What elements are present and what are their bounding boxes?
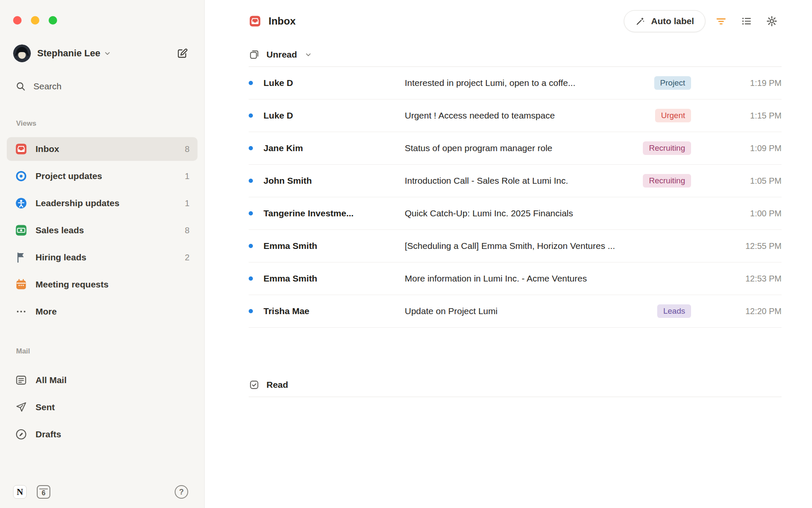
calendar-app-icon[interactable]: 6 (37, 485, 50, 499)
compose-button[interactable] (176, 47, 188, 59)
sidebar-item-hiring-leads[interactable]: Hiring leads 2 (7, 246, 198, 269)
target-icon (15, 170, 27, 182)
inbox-icon (249, 15, 261, 28)
email-sender: Emma Smith (263, 241, 405, 251)
auto-label-label: Auto label (651, 16, 694, 26)
label-badge[interactable]: Project (654, 76, 691, 90)
sidebar-item-sales-leads[interactable]: Sales leads 8 (7, 218, 198, 242)
unread-dot (249, 146, 253, 150)
email-row[interactable]: Jane Kim Status of open program manager … (249, 132, 782, 165)
unread-dot (249, 211, 253, 215)
banknote-icon (15, 224, 27, 237)
filter-icon (715, 15, 727, 27)
sidebar-item-label: Meeting requests (36, 279, 181, 290)
unread-group-title: Unread (266, 50, 297, 60)
ellipsis-icon (15, 305, 27, 318)
label-badge[interactable]: Leads (657, 304, 691, 318)
inbox-icon (15, 143, 27, 155)
unread-dot (249, 81, 253, 85)
calendar-icon (15, 278, 27, 291)
views-section-label: Views (16, 119, 204, 128)
help-icon[interactable]: ? (175, 485, 188, 499)
avatar (13, 44, 31, 62)
email-subject: Interested in project Lumi, open to a co… (405, 78, 654, 88)
sidebar-item-inbox[interactable]: Inbox 8 (7, 137, 198, 161)
title-wrap: Inbox (249, 15, 296, 28)
unread-dot (249, 244, 253, 248)
email-time: 1:15 PM (729, 111, 782, 121)
mail-list-pane: Inbox Auto label (205, 0, 812, 508)
sidebar-item-label: Sales leads (36, 225, 177, 235)
unread-group-header[interactable]: Unread (249, 42, 782, 67)
settings-button[interactable] (762, 11, 782, 31)
search-button[interactable]: Search (15, 79, 188, 94)
sidebar-item-label: Hiring leads (36, 252, 177, 262)
sidebar-item-label: Inbox (36, 144, 177, 154)
mail-section-label: Mail (16, 347, 204, 356)
email-time: 12:55 PM (729, 241, 782, 251)
email-time: 1:05 PM (729, 176, 782, 186)
unread-dot (249, 276, 253, 281)
label-badge[interactable]: Urgent (655, 109, 691, 122)
notion-logo[interactable]: N (13, 485, 27, 499)
search-label: Search (33, 81, 62, 91)
email-sender: John Smith (263, 176, 405, 186)
all-mail-icon (15, 374, 27, 387)
sidebar-item-all-mail[interactable]: All Mail (7, 368, 198, 392)
email-sender: Luke D (263, 110, 405, 121)
email-row[interactable]: Emma Smith [Scheduling a Call] Emma Smit… (249, 230, 782, 262)
sidebar-item-leadership-updates[interactable]: Leadership updates 1 (7, 191, 198, 215)
sidebar-item-count: 8 (185, 144, 189, 154)
wand-icon (635, 16, 645, 26)
email-subject: [Scheduling a Call] Emma Smith, Horizon … (405, 241, 729, 251)
filter-button[interactable] (711, 11, 731, 31)
sidebar-item-count: 1 (185, 171, 189, 181)
label-badge[interactable]: Recruiting (643, 141, 691, 155)
email-row[interactable]: Emma Smith More information in Lumi Inc.… (249, 262, 782, 295)
sidebar-item-more[interactable]: More (7, 300, 198, 323)
email-row[interactable]: Luke D Interested in project Lumi, open … (249, 67, 782, 99)
sidebar-item-label: Sent (36, 402, 189, 412)
checkbox-checked-icon (249, 379, 260, 390)
main-header: Inbox Auto label (249, 9, 782, 33)
email-sender: Emma Smith (263, 273, 405, 284)
sidebar-item-project-updates[interactable]: Project updates 1 (7, 164, 198, 188)
email-time: 12:20 PM (729, 306, 782, 316)
email-sender: Tangerine Investme... (263, 208, 405, 218)
chevron-down-icon (104, 50, 111, 57)
gear-icon (766, 15, 778, 27)
email-row[interactable]: Tangerine Investme... Quick Catch-Up: Lu… (249, 197, 782, 230)
sidebar-item-label: All Mail (36, 375, 189, 385)
zoom-window-button[interactable] (49, 16, 57, 25)
sidebar-item-label: Drafts (36, 429, 189, 439)
email-row[interactable]: Trisha Mae Update on Project Lumi Leads … (249, 295, 782, 328)
sidebar-item-drafts[interactable]: Drafts (7, 422, 198, 446)
traffic-lights (0, 0, 204, 25)
close-window-button[interactable] (13, 16, 22, 25)
sidebar: Stephanie Lee Search Views (0, 0, 205, 508)
sidebar-item-label: Leadership updates (36, 198, 177, 208)
read-group-header[interactable]: Read (249, 373, 782, 397)
label-badge[interactable]: Recruiting (643, 174, 691, 188)
unread-dot (249, 309, 253, 313)
email-subject: Urgent ! Access needed to teamspace (405, 110, 655, 121)
send-icon (15, 401, 27, 414)
email-subject: Update on Project Lumi (405, 306, 657, 316)
email-sender: Luke D (263, 78, 405, 88)
sidebar-item-sent[interactable]: Sent (7, 395, 198, 419)
list-view-button[interactable] (737, 11, 756, 31)
sidebar-item-label: More (36, 306, 181, 317)
sidebar-item-meeting-requests[interactable]: Meeting requests (7, 273, 198, 296)
person-icon (15, 197, 27, 210)
minimize-window-button[interactable] (31, 16, 39, 25)
account-switcher[interactable]: Stephanie Lee (13, 44, 188, 63)
auto-label-button[interactable]: Auto label (624, 10, 705, 32)
page-title: Inbox (269, 15, 296, 27)
email-sender: Jane Kim (263, 143, 405, 153)
email-subject: Quick Catch-Up: Lumi Inc. 2025 Financial… (405, 208, 729, 218)
email-row[interactable]: John Smith Introduction Call - Sales Rol… (249, 165, 782, 197)
email-row[interactable]: Luke D Urgent ! Access needed to teamspa… (249, 99, 782, 132)
email-time: 1:19 PM (729, 78, 782, 88)
unread-dot (249, 179, 253, 183)
email-subject: Status of open program manager role (405, 143, 643, 153)
